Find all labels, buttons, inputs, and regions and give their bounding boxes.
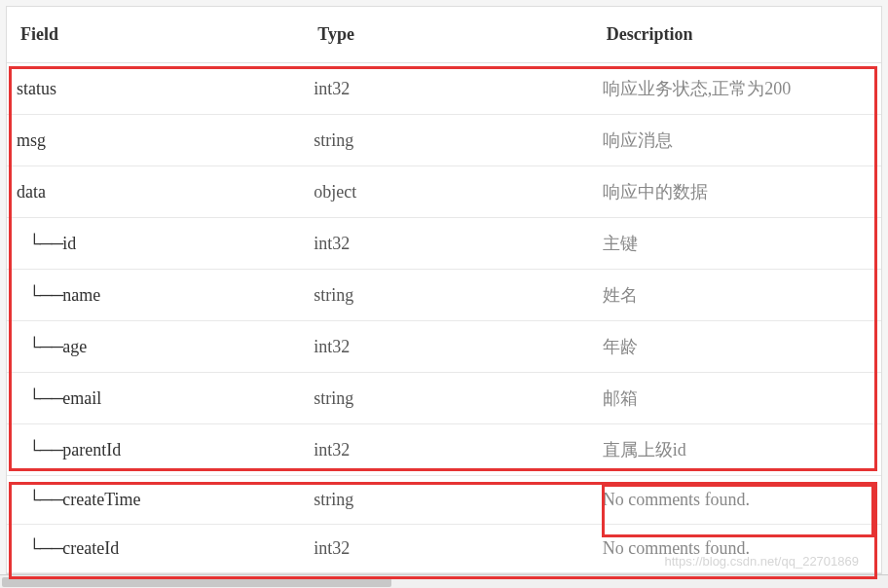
table-row: └──parentIdint32直属上级id <box>7 424 881 476</box>
type-cell: int32 <box>304 218 592 270</box>
table-body: statusint32响应业务状态,正常为200msgstring响应消息dat… <box>7 63 881 573</box>
type-cell: int32 <box>304 424 592 476</box>
type-cell: int32 <box>304 321 592 373</box>
tree-prefix-icon: └── <box>28 490 62 509</box>
header-type: Type <box>304 7 592 63</box>
type-cell: string <box>304 373 592 424</box>
header-field: Field <box>7 7 304 63</box>
tree-prefix-icon: └── <box>28 285 62 305</box>
description-cell: 邮箱 <box>593 373 881 424</box>
field-cell: └──email <box>7 373 304 424</box>
field-cell: └──age <box>7 321 304 373</box>
type-cell: string <box>304 115 592 166</box>
description-cell: 年龄 <box>593 321 881 373</box>
field-name: name <box>62 285 100 305</box>
field-name: age <box>62 337 87 356</box>
field-name: createId <box>62 538 119 558</box>
type-cell: int32 <box>304 525 592 573</box>
header-description: Description <box>593 7 881 63</box>
description-cell: 响应业务状态,正常为200 <box>593 63 881 115</box>
table-row: msgstring响应消息 <box>7 115 881 166</box>
description-cell: 主键 <box>593 218 881 270</box>
table-row: └──idint32主键 <box>7 218 881 270</box>
description-cell: 姓名 <box>593 270 881 321</box>
field-name: parentId <box>62 440 121 459</box>
type-cell: string <box>304 270 592 321</box>
description-cell: No comments found. <box>593 476 881 525</box>
tree-prefix-icon: └── <box>28 538 62 558</box>
type-cell: string <box>304 476 592 525</box>
watermark-text: https://blog.csdn.net/qq_22701869 <box>665 554 860 569</box>
table-row: └──namestring姓名 <box>7 270 881 321</box>
tree-prefix-icon: └── <box>28 234 62 253</box>
field-cell: └──createTime <box>7 476 304 525</box>
field-cell: status <box>7 63 304 115</box>
field-name: email <box>62 388 101 408</box>
description-cell: 直属上级id <box>593 424 881 476</box>
horizontal-scrollbar[interactable] <box>0 574 888 588</box>
field-cell: data <box>7 166 304 218</box>
field-name: id <box>62 234 76 253</box>
table-header-row: Field Type Description <box>7 7 881 63</box>
scrollbar-thumb[interactable] <box>2 577 391 587</box>
api-fields-table: Field Type Description statusint32响应业务状态… <box>7 7 881 573</box>
tree-prefix-icon: └── <box>28 337 62 356</box>
description-cell: 响应中的数据 <box>593 166 881 218</box>
tree-prefix-icon: └── <box>28 440 62 459</box>
field-cell: msg <box>7 115 304 166</box>
api-fields-table-container: Field Type Description statusint32响应业务状态… <box>6 6 882 574</box>
table-row: dataobject响应中的数据 <box>7 166 881 218</box>
description-cell: 响应消息 <box>593 115 881 166</box>
field-cell: └──name <box>7 270 304 321</box>
type-cell: object <box>304 166 592 218</box>
field-cell: └──parentId <box>7 424 304 476</box>
table-row: └──createTimestringNo comments found. <box>7 476 881 525</box>
table-row: statusint32响应业务状态,正常为200 <box>7 63 881 115</box>
table-row: └──ageint32年龄 <box>7 321 881 373</box>
field-name: createTime <box>62 490 140 509</box>
field-cell: └──id <box>7 218 304 270</box>
tree-prefix-icon: └── <box>28 388 62 408</box>
field-cell: └──createId <box>7 525 304 573</box>
table-row: └──emailstring邮箱 <box>7 373 881 424</box>
type-cell: int32 <box>304 63 592 115</box>
